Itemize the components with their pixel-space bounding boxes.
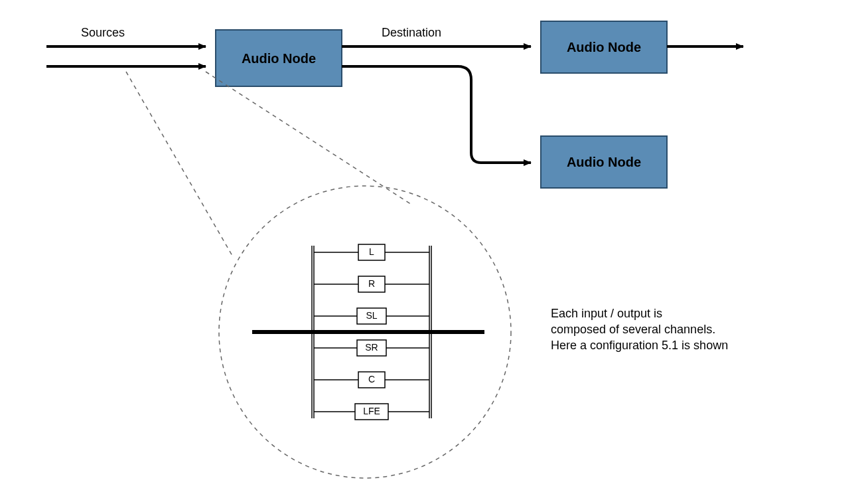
channel-label-C: C [368, 374, 375, 384]
audio-node-bottom-label: Audio Node [567, 155, 641, 169]
description-line-2: composed of several channels. [551, 323, 715, 336]
audio-node-main-label: Audio Node [242, 51, 316, 66]
channel-label-SL: SL [366, 310, 377, 321]
destination-label: Destination [382, 26, 441, 39]
channel-label-R: R [368, 278, 375, 289]
channel-label-L: L [369, 246, 374, 257]
description-line-1: Each input / output is [551, 307, 662, 320]
audio-node-top-label: Audio Node [567, 40, 641, 54]
destination-arrow-bottom [342, 66, 531, 163]
channel-label-LFE: LFE [363, 406, 380, 416]
channel-label-SR: SR [365, 342, 378, 353]
sources-label: Sources [81, 26, 125, 39]
callout-line-left [126, 72, 232, 256]
diagram-canvas: Sources Audio Node Destination Audio Nod… [0, 0, 868, 498]
callout-line-right [206, 72, 411, 205]
description-line-3: Here a configuration 5.1 is shown [551, 339, 728, 352]
